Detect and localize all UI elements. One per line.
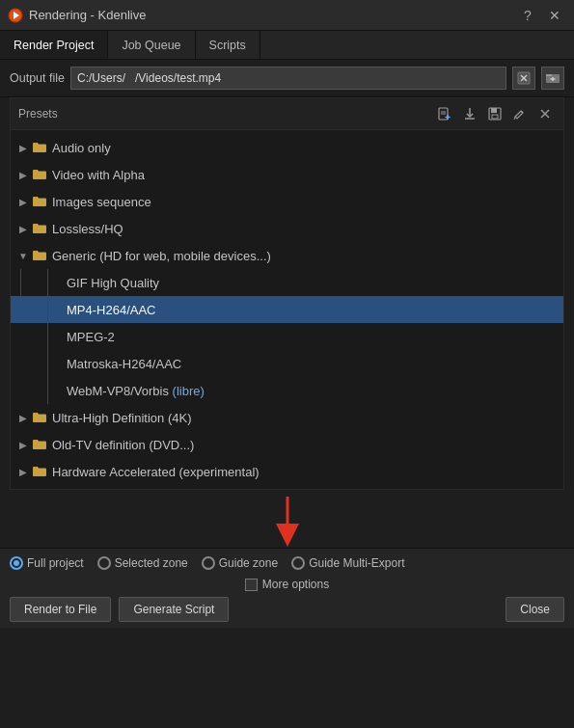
tree-item-gif-high-quality[interactable]: ▶ GIF High Quality xyxy=(11,269,563,296)
tree-label-hardware-accel: Hardware Accelerated (experimental) xyxy=(52,465,260,479)
folder-icon-generic xyxy=(32,248,47,263)
tree-label-mpeg-2: MPEG-2 xyxy=(67,330,115,344)
radio-circle-guide-zone xyxy=(202,556,215,570)
tree-label-old-tv-def: Old-TV definition (DVD...) xyxy=(52,438,194,452)
bottom-bar: Full project Selected zone Guide zone Gu… xyxy=(0,548,574,628)
svg-line-19 xyxy=(521,111,523,113)
radio-circle-selected-zone xyxy=(97,556,111,570)
tree-label-webm-vp8-vorbis: WebM-VP8/Vorbis (libre) xyxy=(67,384,205,398)
radio-label-full-project: Full project xyxy=(27,556,84,570)
tree-item-webm-vp8-vorbis[interactable]: ▶ WebM-VP8/Vorbis (libre) xyxy=(11,377,563,404)
svg-rect-6 xyxy=(546,74,552,76)
expand-icon-generic: ▼ xyxy=(16,249,30,262)
tree-item-images-sequence[interactable]: ▶ Images sequence xyxy=(11,188,563,215)
tree-item-matroska-h264-aac[interactable]: ▶ Matroska-H264/AAC xyxy=(11,350,563,377)
tree-label-matroska-h264-aac: Matroska-H264/AAC xyxy=(67,357,181,371)
action-buttons-row: Render to File Generate Script Close xyxy=(10,597,564,622)
folder-icon-lossless-hq xyxy=(32,221,47,236)
radio-full-project[interactable]: Full project xyxy=(10,556,84,570)
radio-circle-guide-multi-export xyxy=(291,556,305,570)
svg-line-20 xyxy=(514,117,515,120)
more-options-checkbox-label[interactable]: More options xyxy=(245,578,329,591)
app-icon xyxy=(8,8,23,23)
radio-guide-multi-export[interactable]: Guide Multi-Export xyxy=(291,556,404,570)
tree-label-gif-high-quality: GIF High Quality xyxy=(67,276,159,290)
svg-rect-18 xyxy=(492,115,498,119)
tree-item-generic[interactable]: ▼ Generic (HD for web, mobile devices...… xyxy=(11,242,563,269)
presets-delete-button[interactable] xyxy=(534,103,556,124)
radio-label-selected-zone: Selected zone xyxy=(115,556,188,570)
tab-render-project[interactable]: Render Project xyxy=(0,31,108,59)
expand-icon-hardware-accel: ▶ xyxy=(16,465,30,478)
folder-icon-old-tv-def xyxy=(32,437,47,452)
annotation-area xyxy=(0,490,574,548)
radio-guide-zone[interactable]: Guide zone xyxy=(202,556,278,570)
radio-label-guide-multi-export: Guide Multi-Export xyxy=(309,556,404,570)
window-title: Rendering - Kdenlive xyxy=(29,8,516,22)
radio-row: Full project Selected zone Guide zone Gu… xyxy=(10,556,564,570)
close-dialog-button[interactable]: Close xyxy=(506,597,564,622)
radio-label-guide-zone: Guide zone xyxy=(219,556,278,570)
help-button[interactable]: ? xyxy=(516,6,539,25)
output-file-input[interactable] xyxy=(70,67,506,90)
output-file-row: Output file xyxy=(0,60,574,97)
expand-icon-ultra-high-def: ▶ xyxy=(16,411,30,424)
folder-icon-images-sequence xyxy=(32,194,47,209)
presets-download-button[interactable] xyxy=(459,103,480,124)
tree-label-mp4-h264-aac: MP4-H264/AAC xyxy=(67,303,155,317)
expand-icon-video-with-alpha: ▶ xyxy=(16,168,30,181)
tree-item-old-tv-def[interactable]: ▶ Old-TV definition (DVD...) xyxy=(11,431,563,458)
tree-label-images-sequence: Images sequence xyxy=(52,195,151,209)
presets-label: Presets xyxy=(18,107,58,121)
close-window-button[interactable]: ✕ xyxy=(543,6,566,25)
presets-edit-button[interactable] xyxy=(509,103,531,124)
tree-item-hardware-accel[interactable]: ▶ Hardware Accelerated (experimental) xyxy=(11,458,563,485)
expand-icon-audio-only: ▶ xyxy=(16,141,30,154)
tree-connector-mpeg2 xyxy=(47,323,63,350)
tree-label-video-with-alpha: Video with Alpha xyxy=(52,168,145,182)
tab-job-queue[interactable]: Job Queue xyxy=(108,31,195,59)
radio-circle-full-project xyxy=(10,556,23,570)
tab-scripts[interactable]: Scripts xyxy=(196,31,260,59)
title-bar: Rendering - Kdenlive ? ✕ xyxy=(0,0,574,31)
expand-icon-old-tv-def: ▶ xyxy=(16,438,30,451)
tree-connector-mp4 xyxy=(47,296,63,323)
tree-connector-webm xyxy=(47,377,63,404)
presets-new-button[interactable] xyxy=(434,103,455,124)
output-file-label: Output file xyxy=(10,71,65,85)
tree-label-audio-only: Audio only xyxy=(52,141,111,155)
folder-icon-ultra-high-def xyxy=(32,410,47,425)
expand-icon-images-sequence: ▶ xyxy=(16,195,30,208)
tree-label-ultra-high-def: Ultra-High Definition (4K) xyxy=(52,411,192,425)
more-options-label: More options xyxy=(262,578,329,591)
folder-icon-audio-only xyxy=(32,140,47,155)
render-to-file-button[interactable]: Render to File xyxy=(10,597,111,622)
tab-bar: Render Project Job Queue Scripts xyxy=(0,31,574,60)
tree-label-generic: Generic (HD for web, mobile devices...) xyxy=(52,249,271,263)
generate-script-button[interactable]: Generate Script xyxy=(119,597,229,622)
more-options-row: More options xyxy=(10,578,564,591)
more-options-checkbox[interactable] xyxy=(245,579,258,591)
output-browse-button[interactable] xyxy=(541,67,564,90)
radio-selected-zone[interactable]: Selected zone xyxy=(97,556,188,570)
tree-item-mp4-h264-aac[interactable]: ▶ MP4-H264/AAC xyxy=(11,296,563,323)
window-controls: ? ✕ xyxy=(516,6,566,25)
presets-toolbar xyxy=(434,103,556,124)
tree-item-audio-only[interactable]: ▶ Audio only xyxy=(11,134,563,161)
presets-header: Presets xyxy=(11,98,563,130)
tree-connector-gif xyxy=(47,269,63,296)
presets-save-button[interactable] xyxy=(484,103,506,124)
left-action-buttons: Render to File Generate Script xyxy=(10,597,229,622)
tree-item-mpeg-2[interactable]: ▶ MPEG-2 xyxy=(11,323,563,350)
tree-item-video-with-alpha[interactable]: ▶ Video with Alpha xyxy=(11,161,563,188)
tree-label-lossless-hq: Lossless/HQ xyxy=(52,222,123,236)
tree-item-lossless-hq[interactable]: ▶ Lossless/HQ xyxy=(11,215,563,242)
red-arrow xyxy=(259,495,316,548)
output-clear-button[interactable] xyxy=(512,67,535,90)
expand-icon-lossless-hq: ▶ xyxy=(16,222,30,235)
tree-item-ultra-high-def[interactable]: ▶ Ultra-High Definition (4K) xyxy=(11,404,563,431)
tree-connector-matroska xyxy=(47,350,63,377)
presets-panel: Presets ▶ Audio only xyxy=(10,97,564,490)
folder-icon-hardware-accel xyxy=(32,464,47,479)
folder-icon-video-with-alpha xyxy=(32,167,47,182)
